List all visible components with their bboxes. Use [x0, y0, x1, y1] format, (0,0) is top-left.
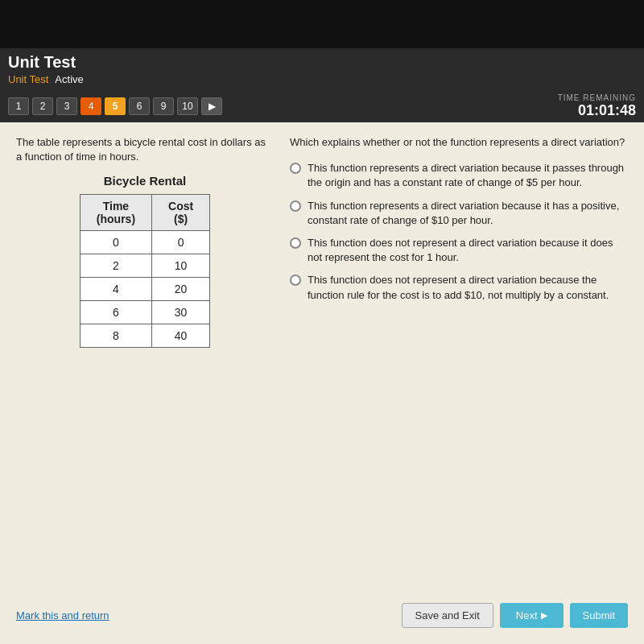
next-button[interactable]: Next [500, 603, 564, 628]
radio-3[interactable] [290, 237, 301, 249]
submit-button[interactable]: Submit [570, 603, 628, 628]
nav-btn-5[interactable]: 5 [105, 97, 126, 115]
time-cell: 0 [80, 231, 151, 254]
cost-cell: 30 [152, 301, 210, 324]
nav-buttons: 1 2 3 4 5 6 9 10 ▶ [8, 97, 222, 115]
nav-btn-3[interactable]: 3 [56, 97, 77, 115]
time-remaining-area: TIME REMAINING 01:01:48 [558, 93, 636, 119]
option-text-1: This function represents a direct variat… [308, 161, 628, 190]
time-cell: 4 [80, 278, 151, 301]
table-row: 6 30 [80, 301, 209, 324]
col-header-time: Time(hours) [80, 195, 151, 231]
rental-table: Time(hours) Cost($) 0 0 2 10 4 2 [80, 194, 210, 348]
nav-btn-10[interactable]: 10 [177, 97, 198, 115]
main-content: The table represents a bicycle rental co… [0, 122, 644, 644]
table-title: Bicycle Rental [16, 174, 274, 188]
time-label: TIME REMAINING [558, 93, 636, 102]
bottom-bar: Mark this and return Save and Exit Next … [16, 597, 628, 631]
option-item-2[interactable]: This function represents a direct variat… [290, 199, 628, 228]
left-description: The table represents a bicycle rental co… [16, 135, 274, 164]
table-row: 2 10 [80, 254, 209, 278]
right-panel: Which explains whether or not the functi… [290, 135, 628, 597]
nav-btn-6[interactable]: 6 [129, 97, 150, 115]
play-button[interactable]: ▶ [201, 97, 222, 115]
bottom-buttons: Save and Exit Next Submit [402, 603, 628, 628]
table-row: 8 40 [80, 324, 209, 348]
breadcrumb-status: Active [55, 73, 83, 85]
option-item-1[interactable]: This function represents a direct variat… [290, 161, 628, 190]
left-panel: The table represents a bicycle rental co… [16, 135, 274, 597]
nav-btn-2[interactable]: 2 [32, 97, 53, 115]
question-area: The table represents a bicycle rental co… [16, 135, 628, 597]
time-cell: 6 [80, 301, 151, 324]
time-cell: 8 [80, 324, 151, 348]
option-text-4: This function does not represent a direc… [308, 273, 628, 302]
mark-link[interactable]: Mark this and return [16, 609, 109, 621]
option-text-2: This function represents a direct variat… [308, 199, 628, 228]
page-title: Unit Test [8, 53, 636, 72]
option-item-3[interactable]: This function does not represent a direc… [290, 236, 628, 265]
cost-cell: 10 [152, 254, 210, 278]
option-item-4[interactable]: This function does not represent a direc… [290, 273, 628, 302]
radio-2[interactable] [290, 200, 301, 212]
table-row: 0 0 [80, 231, 209, 254]
radio-4[interactable] [290, 275, 301, 286]
time-cell: 2 [80, 254, 151, 278]
options-list: This function represents a direct variat… [290, 161, 628, 303]
breadcrumb-link[interactable]: Unit Test [8, 73, 48, 85]
cost-cell: 40 [152, 324, 210, 348]
table-row: 4 20 [80, 278, 209, 301]
cost-cell: 0 [152, 231, 210, 254]
option-text-3: This function does not represent a direc… [308, 236, 628, 265]
col-header-cost: Cost($) [152, 195, 210, 231]
time-value: 01:01:48 [558, 102, 636, 119]
radio-1[interactable] [290, 163, 301, 174]
nav-btn-9[interactable]: 9 [153, 97, 174, 115]
nav-row: 1 2 3 4 5 6 9 10 ▶ TIME REMAINING 01:01:… [0, 90, 644, 122]
nav-btn-1[interactable]: 1 [8, 97, 29, 115]
save-exit-button[interactable]: Save and Exit [402, 603, 493, 628]
right-question: Which explains whether or not the functi… [290, 135, 628, 150]
nav-btn-4[interactable]: 4 [80, 97, 101, 115]
cost-cell: 20 [152, 278, 210, 301]
